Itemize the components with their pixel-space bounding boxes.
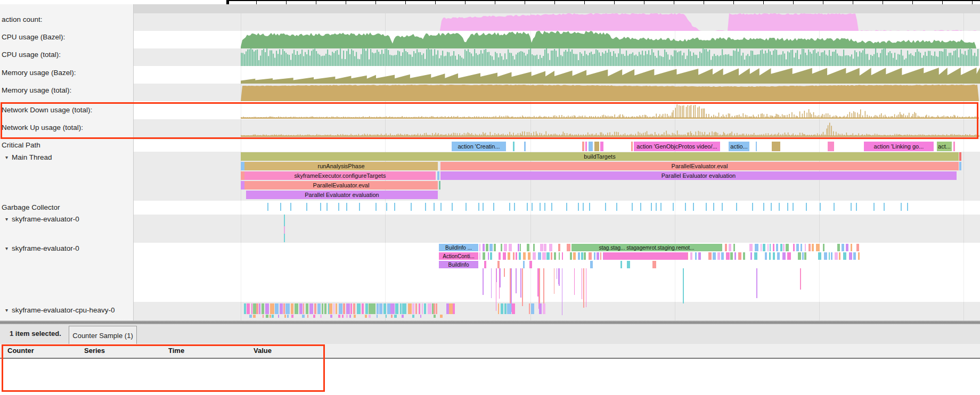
- skyframe2-tick[interactable]: [761, 244, 762, 251]
- skyframe2-tick[interactable]: [733, 244, 735, 251]
- gc-tick[interactable]: [466, 203, 467, 211]
- gc-tick[interactable]: [640, 203, 641, 211]
- skyframe2-tick[interactable]: [499, 252, 501, 260]
- skyframe2-tick[interactable]: [527, 244, 529, 251]
- cpu-heavy-tick[interactable]: [247, 303, 250, 314]
- sidebar-item-main-thread[interactable]: ▾Main Thread: [5, 153, 52, 162]
- sidebar-item-memory-usage-bazel[interactable]: Memory usage (Bazel):: [2, 69, 76, 77]
- gc-tick[interactable]: [394, 203, 395, 211]
- skyframe2-tick[interactable]: [509, 244, 511, 251]
- chart-network-down-usage-total-[interactable]: [0, 101, 980, 119]
- skyframe2-tick[interactable]: [816, 244, 819, 251]
- skyframe2-tick[interactable]: [769, 252, 771, 260]
- skyframe2-tick[interactable]: [787, 252, 790, 260]
- collapse-arrow-icon[interactable]: ▾: [5, 215, 8, 224]
- cpu-heavy-tick[interactable]: [419, 303, 421, 314]
- skyframe2-tick[interactable]: [562, 252, 563, 260]
- gc-tick[interactable]: [693, 203, 694, 211]
- gc-tick[interactable]: [434, 203, 435, 211]
- collapse-arrow-icon[interactable]: ▾: [5, 306, 8, 315]
- gc-tick[interactable]: [656, 203, 657, 211]
- skyframe2-slice[interactable]: BuildInfo ...: [439, 244, 478, 251]
- main-thread-slice[interactable]: ParallelEvaluator.eval: [244, 181, 438, 190]
- skyframe2-tick[interactable]: [523, 252, 526, 260]
- sidebar-item-cpu-usage-bazel[interactable]: CPU usage (Bazel):: [2, 33, 65, 42]
- cpu-heavy-tick[interactable]: [346, 303, 350, 314]
- critical-path-slice[interactable]: [600, 142, 603, 151]
- skyframe2-tick[interactable]: [783, 244, 785, 251]
- cpu-heavy-tick[interactable]: [395, 303, 398, 314]
- skyframe2-tick[interactable]: [780, 244, 782, 251]
- gc-tick[interactable]: [425, 203, 426, 211]
- skyframe2-tick[interactable]: [620, 261, 623, 268]
- skyframe2-tick[interactable]: [559, 252, 560, 260]
- cpu-heavy-tick[interactable]: [504, 303, 507, 314]
- skyframe2-tick[interactable]: [594, 252, 595, 260]
- cpu-heavy-tick[interactable]: [529, 303, 530, 314]
- cpu-heavy-tick[interactable]: [434, 303, 435, 314]
- cpu-heavy-tick[interactable]: [317, 303, 321, 314]
- cpu-heavy-tick[interactable]: [299, 303, 303, 314]
- skyframe2-tick[interactable]: [856, 244, 859, 251]
- gc-tick[interactable]: [338, 203, 339, 211]
- main-thread-slice[interactable]: [959, 162, 961, 170]
- cpu-heavy-tick[interactable]: [295, 303, 298, 314]
- skyframe2-tick[interactable]: [750, 252, 752, 260]
- skyframe2-tick[interactable]: [743, 252, 745, 260]
- timeline-ruler[interactable]: [0, 0, 980, 4]
- cpu-heavy-tick[interactable]: [415, 303, 417, 314]
- skyframe2-tick[interactable]: [824, 252, 827, 260]
- cpu-heavy-tick[interactable]: [543, 303, 545, 314]
- skyframe2-slice[interactable]: [603, 252, 688, 260]
- main-thread-slice[interactable]: ParallelEvaluator.eval: [440, 162, 959, 170]
- sidebar-item-skyframe-evaluator-0[interactable]: ▾skyframe-evaluator-0: [5, 215, 79, 224]
- cpu-heavy-tick[interactable]: [329, 303, 332, 314]
- cpu-heavy-tick[interactable]: [453, 303, 455, 314]
- main-thread-slice[interactable]: [241, 181, 244, 190]
- sidebar-item-network-up-usage-total[interactable]: Network Up usage (total):: [2, 124, 83, 132]
- critical-path-slice[interactable]: actio...: [729, 142, 749, 151]
- skyframe2-tick[interactable]: [858, 252, 860, 260]
- skyframe2-tick[interactable]: [590, 261, 593, 268]
- gc-tick[interactable]: [320, 203, 321, 211]
- skyframe2-tick[interactable]: [578, 252, 580, 260]
- gc-tick[interactable]: [589, 203, 590, 211]
- skyframe2-tick[interactable]: [484, 261, 486, 268]
- skyframe2-tick[interactable]: [713, 252, 716, 260]
- skyframe2-tick[interactable]: [494, 244, 495, 251]
- skyframe2-tick[interactable]: [777, 252, 780, 260]
- main-thread-slice[interactable]: [241, 171, 244, 180]
- skyframe2-tick[interactable]: [804, 252, 806, 260]
- main-thread-slice[interactable]: buildTargets: [241, 152, 959, 161]
- skyframe2-tick[interactable]: [726, 252, 730, 260]
- gc-tick[interactable]: [532, 203, 533, 211]
- critical-path-slice[interactable]: [582, 142, 584, 151]
- chart-memory-usage-total-[interactable]: [0, 84, 980, 101]
- skyframe2-tick[interactable]: [558, 244, 561, 251]
- cpu-heavy-tick[interactable]: [387, 303, 390, 314]
- gc-tick[interactable]: [673, 203, 674, 211]
- tab-counter-sample[interactable]: Counter Sample (1): [69, 326, 137, 344]
- gc-tick[interactable]: [478, 203, 479, 211]
- cpu-heavy-tick[interactable]: [306, 303, 308, 314]
- gc-tick[interactable]: [851, 203, 852, 211]
- gc-tick[interactable]: [551, 203, 552, 211]
- critical-path-slice[interactable]: action 'GenObjcProtos video/...: [634, 142, 720, 151]
- gc-tick[interactable]: [616, 203, 617, 211]
- skyframe2-tick[interactable]: [776, 244, 778, 251]
- main-thread-slice[interactable]: [437, 171, 439, 180]
- skyframe2-tick[interactable]: [717, 252, 720, 260]
- skyframe2-tick[interactable]: [853, 252, 856, 260]
- gc-tick[interactable]: [907, 203, 908, 211]
- skyframe2-tick[interactable]: [734, 252, 736, 260]
- skyframe2-tick[interactable]: [581, 252, 583, 260]
- cpu-heavy-tick[interactable]: [259, 303, 260, 314]
- skyframe2-tick[interactable]: [573, 252, 576, 260]
- sidebar-item-network-down-usage-total[interactable]: Network Down usage (total):: [2, 106, 92, 114]
- critical-path-slice[interactable]: [585, 142, 587, 151]
- gc-tick[interactable]: [651, 203, 652, 211]
- sidebar-item-action-count[interactable]: action count:: [2, 15, 43, 24]
- gc-tick[interactable]: [306, 203, 307, 211]
- gc-tick[interactable]: [820, 203, 821, 211]
- cpu-heavy-tick[interactable]: [390, 303, 395, 314]
